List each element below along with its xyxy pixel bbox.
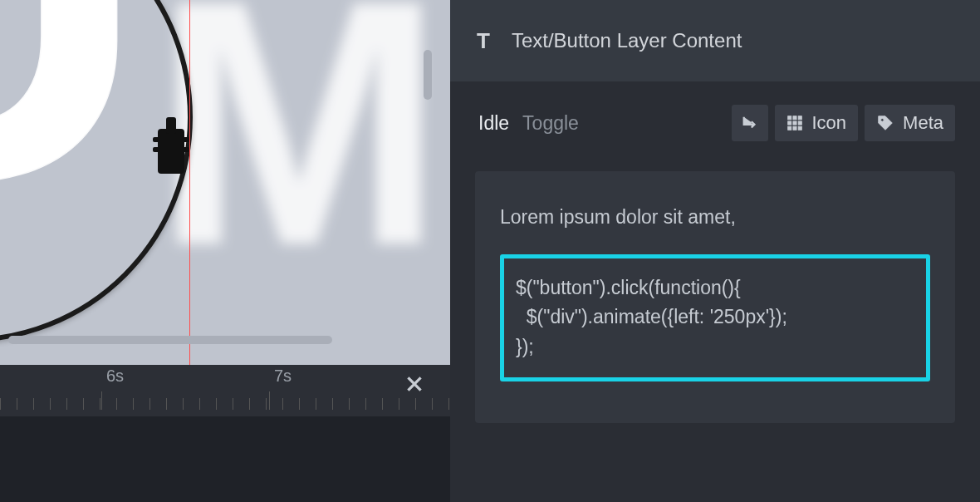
return-arrow-icon bbox=[741, 114, 759, 132]
preview-mount-object bbox=[158, 129, 184, 174]
grid-icon bbox=[786, 115, 803, 131]
layer-content-editor[interactable]: Lorem ipsum dolor sit amet, $("button").… bbox=[475, 171, 955, 423]
svg-rect-5 bbox=[799, 121, 802, 125]
svg-rect-4 bbox=[793, 121, 796, 125]
timeline-ruler[interactable]: 6s 7s bbox=[0, 365, 450, 416]
svg-rect-8 bbox=[799, 126, 802, 130]
timeline-tracks[interactable] bbox=[0, 416, 450, 502]
vertical-guide-line[interactable] bbox=[189, 0, 190, 365]
svg-rect-1 bbox=[793, 116, 796, 120]
insert-linebreak-button[interactable] bbox=[732, 105, 768, 141]
properties-panel: T Text/Button Layer Content Idle Toggle … bbox=[450, 0, 980, 502]
close-icon bbox=[404, 373, 425, 395]
icon-button-label: Icon bbox=[811, 112, 846, 134]
icon-picker-button[interactable]: Icon bbox=[775, 105, 858, 141]
ruler-tick-6s bbox=[101, 391, 102, 410]
vertical-scrollbar[interactable] bbox=[424, 50, 432, 100]
tag-icon bbox=[876, 114, 894, 132]
content-toolbar: Idle Toggle Icon bbox=[475, 105, 955, 141]
panel-header: T Text/Button Layer Content bbox=[450, 0, 980, 81]
content-code-highlight: $("button").click(function(){ $("div").a… bbox=[500, 254, 930, 381]
preview-letter-m: M bbox=[154, 0, 444, 263]
editor-left-column: M U 6s 7s bbox=[0, 0, 450, 502]
timeline-panel: 6s 7s bbox=[0, 365, 450, 502]
ruler-ticks bbox=[0, 398, 450, 410]
panel-title: Text/Button Layer Content bbox=[512, 29, 742, 52]
timeline-close-button[interactable] bbox=[404, 373, 425, 395]
svg-rect-3 bbox=[788, 121, 791, 125]
horizontal-scrollbar[interactable] bbox=[8, 336, 332, 344]
svg-rect-0 bbox=[788, 116, 791, 120]
text-layer-icon: T bbox=[477, 28, 490, 54]
ruler-label-7s: 7s bbox=[274, 367, 292, 386]
svg-rect-2 bbox=[799, 116, 802, 120]
meta-button[interactable]: Meta bbox=[865, 105, 955, 141]
tab-idle[interactable]: Idle bbox=[475, 107, 512, 140]
tab-toggle[interactable]: Toggle bbox=[519, 107, 582, 140]
svg-rect-6 bbox=[788, 126, 791, 130]
meta-button-label: Meta bbox=[903, 112, 943, 134]
ruler-label-6s: 6s bbox=[106, 367, 124, 386]
content-code-block: $("button").click(function(){ $("div").a… bbox=[516, 273, 914, 362]
canvas-preview[interactable]: M U bbox=[0, 0, 450, 365]
ruler-tick-7s bbox=[269, 391, 270, 410]
svg-point-9 bbox=[881, 119, 884, 122]
svg-rect-7 bbox=[793, 126, 796, 130]
content-text-intro: Lorem ipsum dolor sit amet, bbox=[500, 203, 930, 233]
